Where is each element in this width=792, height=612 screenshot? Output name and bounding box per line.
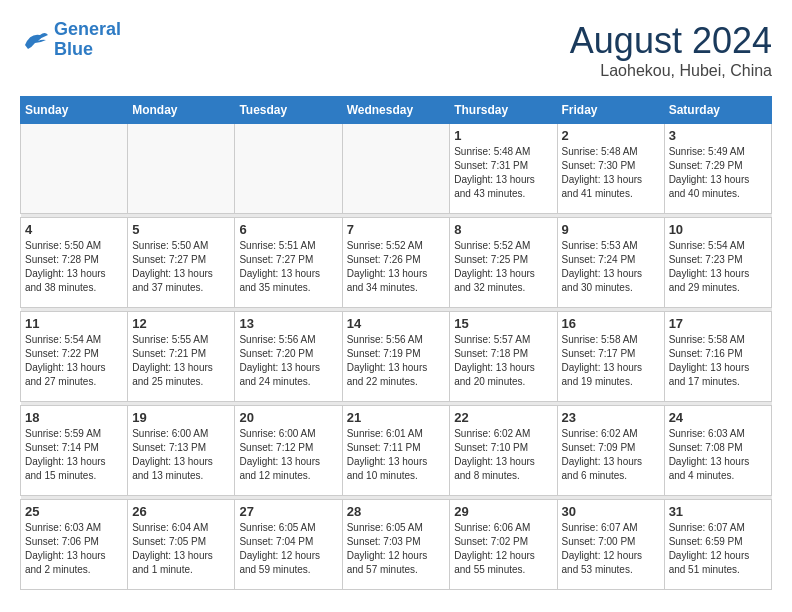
day-info: Sunrise: 5:48 AM Sunset: 7:31 PM Dayligh… bbox=[454, 145, 552, 201]
table-row: 14Sunrise: 5:56 AM Sunset: 7:19 PM Dayli… bbox=[342, 312, 450, 402]
page-header: General Blue August 2024 Laohekou, Hubei… bbox=[20, 20, 772, 80]
day-number: 31 bbox=[669, 504, 767, 519]
day-info: Sunrise: 6:01 AM Sunset: 7:11 PM Dayligh… bbox=[347, 427, 446, 483]
table-row: 19Sunrise: 6:00 AM Sunset: 7:13 PM Dayli… bbox=[128, 406, 235, 496]
day-info: Sunrise: 6:03 AM Sunset: 7:06 PM Dayligh… bbox=[25, 521, 123, 577]
table-row: 21Sunrise: 6:01 AM Sunset: 7:11 PM Dayli… bbox=[342, 406, 450, 496]
day-number: 30 bbox=[562, 504, 660, 519]
day-info: Sunrise: 6:04 AM Sunset: 7:05 PM Dayligh… bbox=[132, 521, 230, 577]
day-info: Sunrise: 6:07 AM Sunset: 7:00 PM Dayligh… bbox=[562, 521, 660, 577]
header-thursday: Thursday bbox=[450, 97, 557, 124]
header-sunday: Sunday bbox=[21, 97, 128, 124]
calendar-week-row: 11Sunrise: 5:54 AM Sunset: 7:22 PM Dayli… bbox=[21, 312, 772, 402]
title-block: August 2024 Laohekou, Hubei, China bbox=[570, 20, 772, 80]
header-tuesday: Tuesday bbox=[235, 97, 342, 124]
day-number: 6 bbox=[239, 222, 337, 237]
table-row: 3Sunrise: 5:49 AM Sunset: 7:29 PM Daylig… bbox=[664, 124, 771, 214]
table-row: 28Sunrise: 6:05 AM Sunset: 7:03 PM Dayli… bbox=[342, 500, 450, 590]
day-number: 29 bbox=[454, 504, 552, 519]
day-info: Sunrise: 5:54 AM Sunset: 7:22 PM Dayligh… bbox=[25, 333, 123, 389]
table-row: 15Sunrise: 5:57 AM Sunset: 7:18 PM Dayli… bbox=[450, 312, 557, 402]
day-number: 11 bbox=[25, 316, 123, 331]
day-number: 15 bbox=[454, 316, 552, 331]
day-number: 14 bbox=[347, 316, 446, 331]
table-row: 2Sunrise: 5:48 AM Sunset: 7:30 PM Daylig… bbox=[557, 124, 664, 214]
day-number: 28 bbox=[347, 504, 446, 519]
calendar-subtitle: Laohekou, Hubei, China bbox=[570, 62, 772, 80]
table-row: 18Sunrise: 5:59 AM Sunset: 7:14 PM Dayli… bbox=[21, 406, 128, 496]
table-row: 8Sunrise: 5:52 AM Sunset: 7:25 PM Daylig… bbox=[450, 218, 557, 308]
day-number: 19 bbox=[132, 410, 230, 425]
table-row: 1Sunrise: 5:48 AM Sunset: 7:31 PM Daylig… bbox=[450, 124, 557, 214]
day-info: Sunrise: 6:07 AM Sunset: 6:59 PM Dayligh… bbox=[669, 521, 767, 577]
table-row: 17Sunrise: 5:58 AM Sunset: 7:16 PM Dayli… bbox=[664, 312, 771, 402]
logo-icon bbox=[20, 25, 50, 55]
calendar-week-row: 4Sunrise: 5:50 AM Sunset: 7:28 PM Daylig… bbox=[21, 218, 772, 308]
day-info: Sunrise: 6:00 AM Sunset: 7:12 PM Dayligh… bbox=[239, 427, 337, 483]
table-row: 12Sunrise: 5:55 AM Sunset: 7:21 PM Dayli… bbox=[128, 312, 235, 402]
day-info: Sunrise: 5:49 AM Sunset: 7:29 PM Dayligh… bbox=[669, 145, 767, 201]
day-info: Sunrise: 6:02 AM Sunset: 7:10 PM Dayligh… bbox=[454, 427, 552, 483]
calendar-week-row: 18Sunrise: 5:59 AM Sunset: 7:14 PM Dayli… bbox=[21, 406, 772, 496]
day-number: 7 bbox=[347, 222, 446, 237]
day-info: Sunrise: 5:53 AM Sunset: 7:24 PM Dayligh… bbox=[562, 239, 660, 295]
day-number: 17 bbox=[669, 316, 767, 331]
table-row: 27Sunrise: 6:05 AM Sunset: 7:04 PM Dayli… bbox=[235, 500, 342, 590]
table-row: 16Sunrise: 5:58 AM Sunset: 7:17 PM Dayli… bbox=[557, 312, 664, 402]
day-number: 18 bbox=[25, 410, 123, 425]
day-number: 27 bbox=[239, 504, 337, 519]
table-row: 22Sunrise: 6:02 AM Sunset: 7:10 PM Dayli… bbox=[450, 406, 557, 496]
day-info: Sunrise: 6:05 AM Sunset: 7:03 PM Dayligh… bbox=[347, 521, 446, 577]
day-number: 4 bbox=[25, 222, 123, 237]
table-row bbox=[128, 124, 235, 214]
day-number: 12 bbox=[132, 316, 230, 331]
header-wednesday: Wednesday bbox=[342, 97, 450, 124]
day-info: Sunrise: 6:05 AM Sunset: 7:04 PM Dayligh… bbox=[239, 521, 337, 577]
day-number: 26 bbox=[132, 504, 230, 519]
day-number: 13 bbox=[239, 316, 337, 331]
day-info: Sunrise: 5:51 AM Sunset: 7:27 PM Dayligh… bbox=[239, 239, 337, 295]
table-row: 26Sunrise: 6:04 AM Sunset: 7:05 PM Dayli… bbox=[128, 500, 235, 590]
day-info: Sunrise: 5:48 AM Sunset: 7:30 PM Dayligh… bbox=[562, 145, 660, 201]
day-info: Sunrise: 6:06 AM Sunset: 7:02 PM Dayligh… bbox=[454, 521, 552, 577]
day-info: Sunrise: 6:03 AM Sunset: 7:08 PM Dayligh… bbox=[669, 427, 767, 483]
calendar-week-row: 1Sunrise: 5:48 AM Sunset: 7:31 PM Daylig… bbox=[21, 124, 772, 214]
header-friday: Friday bbox=[557, 97, 664, 124]
table-row: 10Sunrise: 5:54 AM Sunset: 7:23 PM Dayli… bbox=[664, 218, 771, 308]
day-info: Sunrise: 5:56 AM Sunset: 7:20 PM Dayligh… bbox=[239, 333, 337, 389]
day-number: 9 bbox=[562, 222, 660, 237]
day-number: 1 bbox=[454, 128, 552, 143]
day-info: Sunrise: 5:59 AM Sunset: 7:14 PM Dayligh… bbox=[25, 427, 123, 483]
table-row bbox=[235, 124, 342, 214]
calendar-table: Sunday Monday Tuesday Wednesday Thursday… bbox=[20, 96, 772, 590]
table-row bbox=[342, 124, 450, 214]
day-number: 5 bbox=[132, 222, 230, 237]
table-row: 24Sunrise: 6:03 AM Sunset: 7:08 PM Dayli… bbox=[664, 406, 771, 496]
header-saturday: Saturday bbox=[664, 97, 771, 124]
table-row: 9Sunrise: 5:53 AM Sunset: 7:24 PM Daylig… bbox=[557, 218, 664, 308]
day-number: 24 bbox=[669, 410, 767, 425]
day-number: 2 bbox=[562, 128, 660, 143]
calendar-week-row: 25Sunrise: 6:03 AM Sunset: 7:06 PM Dayli… bbox=[21, 500, 772, 590]
table-row: 7Sunrise: 5:52 AM Sunset: 7:26 PM Daylig… bbox=[342, 218, 450, 308]
day-number: 20 bbox=[239, 410, 337, 425]
table-row bbox=[21, 124, 128, 214]
table-row: 25Sunrise: 6:03 AM Sunset: 7:06 PM Dayli… bbox=[21, 500, 128, 590]
day-number: 23 bbox=[562, 410, 660, 425]
day-info: Sunrise: 6:02 AM Sunset: 7:09 PM Dayligh… bbox=[562, 427, 660, 483]
table-row: 6Sunrise: 5:51 AM Sunset: 7:27 PM Daylig… bbox=[235, 218, 342, 308]
day-number: 8 bbox=[454, 222, 552, 237]
header-monday: Monday bbox=[128, 97, 235, 124]
calendar-title: August 2024 bbox=[570, 20, 772, 62]
day-number: 3 bbox=[669, 128, 767, 143]
day-info: Sunrise: 5:50 AM Sunset: 7:28 PM Dayligh… bbox=[25, 239, 123, 295]
day-info: Sunrise: 5:57 AM Sunset: 7:18 PM Dayligh… bbox=[454, 333, 552, 389]
table-row: 20Sunrise: 6:00 AM Sunset: 7:12 PM Dayli… bbox=[235, 406, 342, 496]
day-info: Sunrise: 5:56 AM Sunset: 7:19 PM Dayligh… bbox=[347, 333, 446, 389]
day-number: 25 bbox=[25, 504, 123, 519]
day-number: 16 bbox=[562, 316, 660, 331]
weekday-header-row: Sunday Monday Tuesday Wednesday Thursday… bbox=[21, 97, 772, 124]
table-row: 11Sunrise: 5:54 AM Sunset: 7:22 PM Dayli… bbox=[21, 312, 128, 402]
table-row: 23Sunrise: 6:02 AM Sunset: 7:09 PM Dayli… bbox=[557, 406, 664, 496]
day-info: Sunrise: 5:52 AM Sunset: 7:26 PM Dayligh… bbox=[347, 239, 446, 295]
